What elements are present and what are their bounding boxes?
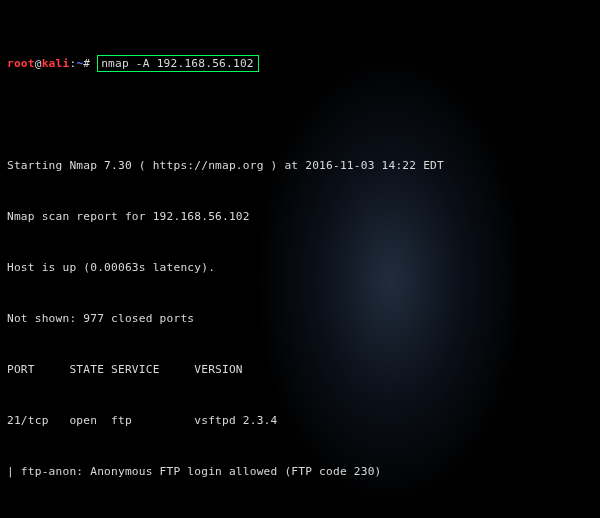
prompt-at: @ (35, 57, 42, 70)
output-line: | ftp-anon: Anonymous FTP login allowed … (7, 463, 593, 480)
output-line: 21/tcp open ftp vsftpd 2.3.4 (7, 412, 593, 429)
prompt-user: root (7, 57, 35, 70)
prompt-host: kali (42, 57, 70, 70)
prompt-line: root@kali:~# nmap -A 192.168.56.102 (7, 55, 593, 72)
output-line: Host is up (0.00063s latency). (7, 259, 593, 276)
output-line: Starting Nmap 7.30 ( https://nmap.org ) … (7, 157, 593, 174)
prompt-hash: # (83, 57, 97, 70)
command-highlight-box: nmap -A 192.168.56.102 (97, 55, 259, 72)
output-line: Nmap scan report for 192.168.56.102 (7, 208, 593, 225)
output-line: 22/tcp open ssh OpenSSH 4.7p1 Debian 8ub… (7, 514, 593, 518)
command-text: nmap -A 192.168.56.102 (101, 57, 254, 70)
terminal-window[interactable]: root@kali:~# nmap -A 192.168.56.102 Star… (0, 0, 600, 518)
output-line: PORT STATE SERVICE VERSION (7, 361, 593, 378)
output-line: Not shown: 977 closed ports (7, 310, 593, 327)
